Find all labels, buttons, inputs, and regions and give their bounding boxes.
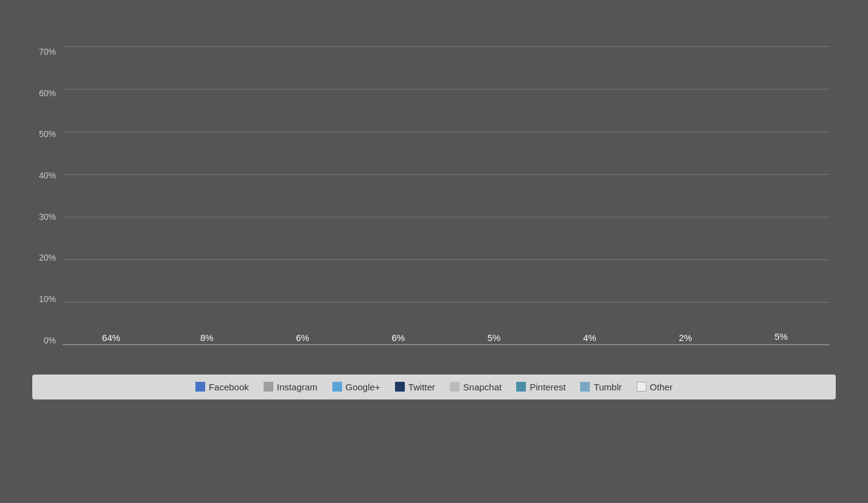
bar-value-label: 4% [583, 332, 597, 343]
y-label: 20% [32, 253, 60, 262]
chart-inner: 64%8%6%6%5%4%2%5% [63, 47, 830, 345]
y-label: 30% [32, 212, 60, 222]
legend-color-box [195, 382, 205, 392]
bars-area: 64%8%6%6%5%4%2%5% [63, 47, 830, 345]
legend-label: Other [650, 382, 673, 392]
bar-group-facebook: 64% [69, 332, 153, 345]
legend-color-box [332, 382, 342, 392]
legend-color-box [637, 382, 646, 392]
bar-value-label: 64% [102, 332, 121, 343]
bar-value-label: 2% [679, 332, 692, 343]
legend-item-other: Other [637, 382, 673, 392]
bar-value-label: 5% [775, 331, 788, 342]
legend-color-box [395, 382, 405, 392]
x-axis-line [63, 344, 830, 345]
y-label: 50% [32, 129, 60, 139]
legend-item-instagram: Instagram [264, 382, 318, 392]
bar-value-label: 8% [200, 332, 214, 343]
legend-item-facebook: Facebook [195, 382, 249, 392]
bar-group-pinterest: 4% [547, 332, 632, 345]
legend-label: Snapchat [463, 382, 502, 392]
legend-area: FacebookInstagramGoogle+TwitterSnapchatP… [32, 375, 836, 399]
legend-color-box [264, 382, 273, 392]
bar-group-instagram: 8% [164, 332, 249, 345]
legend-label: Instagram [277, 382, 318, 392]
legend-color-box [580, 382, 590, 392]
bar-group-other: 5% [739, 331, 824, 345]
legend-label: Twitter [408, 382, 435, 392]
chart-area: 70%60%50%40%30%20%10%0% 64%8%6%6%5%4%2%5… [32, 47, 836, 370]
y-label: 0% [32, 336, 60, 345]
legend-item-google+: Google+ [332, 382, 380, 392]
legend-item-twitter: Twitter [395, 382, 435, 392]
legend-item-snapchat: Snapchat [450, 382, 502, 392]
chart-container: 70%60%50%40%30%20%10%0% 64%8%6%6%5%4%2%5… [14, 8, 854, 495]
y-label: 60% [32, 88, 60, 98]
bar-value-label: 6% [296, 332, 309, 343]
bar-group-twitter: 6% [356, 332, 441, 345]
legend-label: Google+ [346, 382, 380, 392]
legend-label: Facebook [209, 382, 249, 392]
legend-item-tumblr: Tumblr [580, 382, 621, 392]
bar-group-snapchat: 5% [452, 332, 536, 345]
bar-group-tumblr: 2% [643, 332, 728, 345]
legend-label: Pinterest [530, 382, 565, 392]
legend-color-box [516, 382, 526, 392]
legend-item-pinterest: Pinterest [516, 382, 565, 392]
chart-title [32, 20, 836, 41]
y-label: 10% [32, 294, 60, 304]
bar-group-google+: 6% [261, 332, 345, 345]
y-label: 70% [32, 47, 60, 57]
legend-color-box [450, 382, 460, 392]
legend-label: Tumblr [593, 382, 621, 392]
bar-value-label: 5% [488, 332, 501, 343]
y-label: 40% [32, 171, 60, 180]
bar-value-label: 6% [392, 332, 405, 343]
y-axis: 70%60%50%40%30%20%10%0% [32, 47, 60, 345]
